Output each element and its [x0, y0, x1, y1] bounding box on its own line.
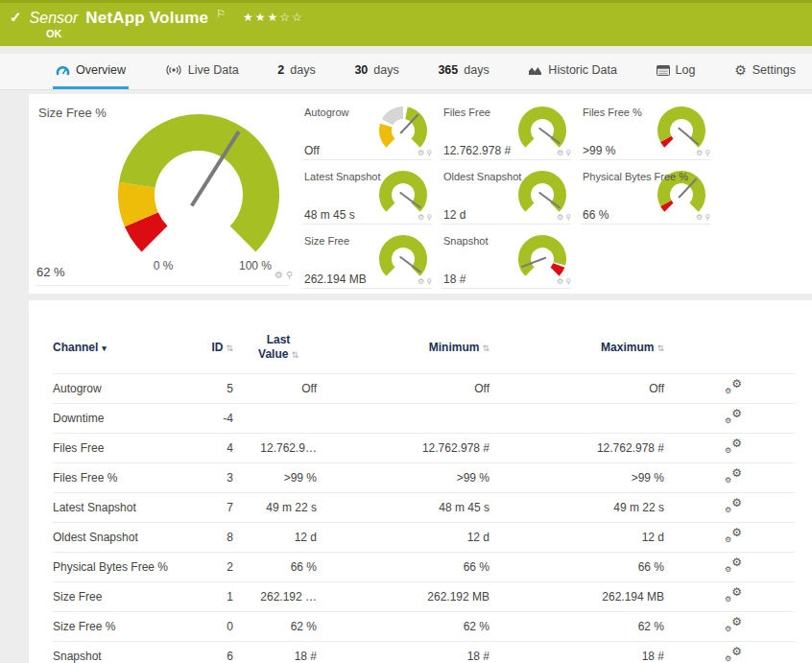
- sort-icon: ⇅: [657, 343, 664, 353]
- tab-settings[interactable]: ⚙ Settings: [731, 54, 799, 89]
- pin-icon[interactable]: ⚲: [565, 278, 571, 286]
- channel-last-value: 62 %: [235, 620, 322, 633]
- primary-gauge-actions: ⚙ ⚲: [275, 271, 293, 280]
- channel-row[interactable]: Snapshot 6 18 # 18 # 18 # ⚙ ⚙: [53, 641, 795, 663]
- gear-icon: ⚙: [725, 655, 731, 663]
- gear-icon: ⚙: [731, 378, 742, 390]
- gauge-label: Autogrow: [304, 107, 348, 118]
- channel-row[interactable]: Physical Bytes Free % 2 66 % 66 % 66 % ⚙…: [53, 552, 795, 581]
- gauge-label: Size Free: [304, 235, 349, 247]
- channel-settings-icon[interactable]: ⚙ ⚙: [725, 618, 742, 632]
- column-header-channel[interactable]: Channel▾: [53, 341, 197, 354]
- pin-icon[interactable]: ⚲: [705, 214, 710, 222]
- gauge-value: Off: [304, 144, 320, 157]
- channel-row[interactable]: Downtime -4 ⚙ ⚙: [53, 403, 795, 433]
- gear-icon[interactable]: ⚙: [418, 278, 424, 286]
- gear-icon[interactable]: ⚙: [418, 214, 424, 222]
- channel-row[interactable]: Files Free 4 12.762.9… 12.762.978 # 12.7…: [53, 433, 795, 462]
- gear-icon: ⚙: [725, 477, 731, 485]
- pin-icon[interactable]: ⚲: [286, 271, 293, 280]
- channel-last-value: 66 %: [235, 560, 322, 574]
- channel-settings-icon[interactable]: ⚙ ⚙: [725, 380, 742, 394]
- gear-icon[interactable]: ⚙: [557, 150, 563, 157]
- pin-icon[interactable]: ⚲: [565, 150, 571, 157]
- channel-actions: ⚙ ⚙: [672, 499, 795, 516]
- column-header-maximum[interactable]: Maximum⇅: [494, 341, 672, 354]
- tab-365-days[interactable]: 365 days: [435, 54, 491, 89]
- gauge-icon: [56, 64, 70, 77]
- tab-historic-data[interactable]: Historic Data: [525, 54, 620, 89]
- tab-bar: Overview Live Data 2 days 30 days 365 da…: [0, 54, 812, 90]
- tab-30-days[interactable]: 30 days: [351, 54, 401, 89]
- channel-minimum: 18 #: [322, 650, 494, 663]
- sensor-header: ✓ Sensor NetApp Volume ⚐ ★★★☆☆ OK: [0, 0, 812, 46]
- channel-settings-icon[interactable]: ⚙ ⚙: [725, 410, 742, 424]
- gear-icon: ⚙: [731, 646, 742, 657]
- channel-last-value: 49 m 22 s: [235, 501, 322, 514]
- channel-row[interactable]: Latest Snapshot 7 49 m 22 s 48 m 45 s 49…: [53, 492, 795, 522]
- channel-maximum: 12 d: [494, 531, 672, 544]
- gear-icon[interactable]: ⚙: [696, 150, 703, 157]
- channel-last-value: 12 d: [235, 531, 322, 544]
- channel-row[interactable]: Files Free % 3 >99 % >99 % >99 % ⚙ ⚙: [53, 462, 795, 492]
- column-label: Value: [258, 347, 288, 361]
- channel-id: 2: [197, 560, 235, 574]
- channel-settings-icon[interactable]: ⚙ ⚙: [725, 648, 742, 662]
- channel-id: 0: [197, 620, 235, 633]
- channel-last-value: Off: [235, 382, 322, 395]
- channel-last-value: 18 #: [235, 650, 322, 663]
- channel-name: Physical Bytes Free %: [53, 560, 197, 574]
- tab-live-data[interactable]: Live Data: [162, 54, 242, 89]
- tab-label: Historic Data: [548, 63, 617, 77]
- gear-icon[interactable]: ⚙: [418, 150, 424, 157]
- column-label: Last: [235, 333, 322, 347]
- tab-overview[interactable]: Overview: [53, 54, 129, 89]
- column-header-id[interactable]: ID⇅: [197, 341, 235, 354]
- gear-icon[interactable]: ⚙: [557, 278, 563, 286]
- gear-icon[interactable]: ⚙: [557, 214, 563, 222]
- channel-row[interactable]: Size Free % 0 62 % 62 % 62 % ⚙ ⚙: [53, 611, 795, 641]
- channel-maximum: 18 #: [494, 650, 672, 663]
- tab-log[interactable]: Log: [654, 54, 699, 89]
- channel-minimum: 66 %: [322, 560, 494, 574]
- channel-settings-icon[interactable]: ⚙ ⚙: [725, 499, 742, 513]
- pin-icon[interactable]: ⚲: [426, 278, 432, 286]
- gear-icon: ⚙: [725, 388, 731, 395]
- pin-icon[interactable]: ⚲: [426, 214, 432, 222]
- flag-icon: ⚐: [216, 8, 226, 20]
- channel-settings-icon[interactable]: ⚙ ⚙: [725, 529, 742, 543]
- tab-2-days[interactable]: 2 days: [275, 54, 318, 89]
- channel-settings-icon[interactable]: ⚙ ⚙: [725, 469, 742, 484]
- column-header-minimum[interactable]: Minimum⇅: [322, 341, 494, 354]
- gauge-cell: Size Free 262.194 MB ⚙ ⚲: [302, 230, 432, 289]
- gauge-value: 18 #: [443, 272, 466, 286]
- gear-icon[interactable]: ⚙: [696, 214, 703, 222]
- channel-last-value: 12.762.9…: [235, 441, 322, 455]
- channel-settings-icon[interactable]: ⚙ ⚙: [725, 588, 742, 603]
- channel-name: Oldest Snapshot: [53, 531, 197, 544]
- channel-row[interactable]: Oldest Snapshot 8 12 d 12 d 12 d ⚙ ⚙: [53, 522, 795, 552]
- gauge-cell: Autogrow Off ⚙ ⚲: [302, 102, 432, 160]
- tab-number: 30: [354, 63, 368, 77]
- primary-gauge-label: Size Free %: [38, 106, 107, 120]
- channel-minimum: 48 m 45 s: [322, 501, 494, 514]
- channel-row[interactable]: Size Free 1 262.192 … 262.192 MB 262.194…: [53, 581, 795, 611]
- pin-icon[interactable]: ⚲: [705, 150, 710, 157]
- gear-icon: ⚙: [731, 586, 742, 598]
- channel-settings-icon[interactable]: ⚙ ⚙: [725, 558, 742, 573]
- column-label: Minimum: [429, 341, 480, 354]
- channel-row[interactable]: Autogrow 5 Off Off Off ⚙ ⚙: [53, 373, 795, 403]
- gear-icon: ⚙: [725, 566, 731, 574]
- sensor-title: NetApp Volume: [85, 9, 208, 28]
- pin-icon[interactable]: ⚲: [426, 150, 432, 157]
- gear-icon: ⚙: [725, 507, 731, 514]
- channel-settings-icon[interactable]: ⚙ ⚙: [725, 439, 742, 454]
- pin-icon[interactable]: ⚲: [565, 214, 571, 222]
- tab-number: 2: [277, 63, 284, 77]
- channel-name: Size Free: [53, 590, 197, 604]
- gear-icon[interactable]: ⚙: [275, 271, 283, 280]
- priority-stars[interactable]: ★★★☆☆: [243, 11, 304, 24]
- column-header-last-value[interactable]: Last Value⇅: [235, 333, 322, 362]
- tab-label: days: [290, 63, 315, 77]
- channel-last-value: 262.192 …: [235, 590, 322, 604]
